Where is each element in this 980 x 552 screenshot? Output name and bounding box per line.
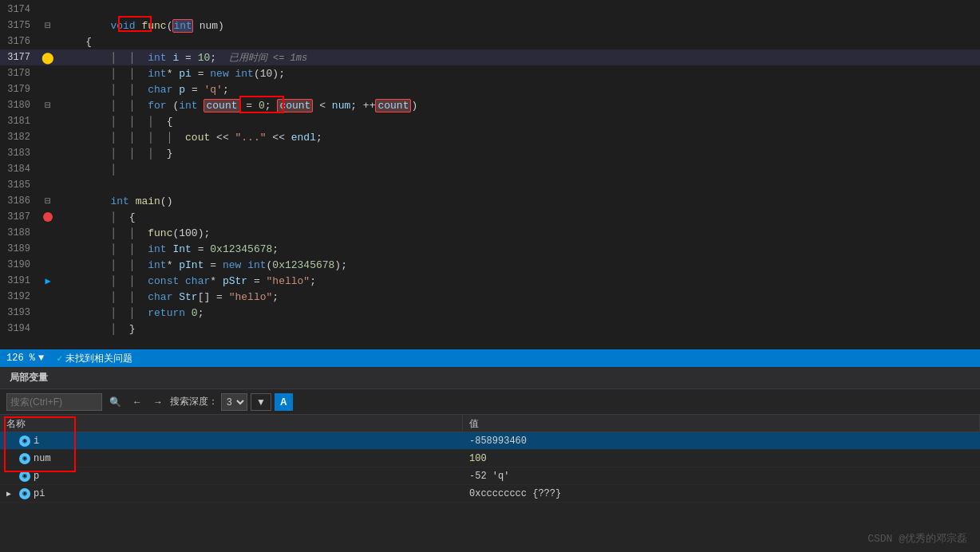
var-icon: ◉ <box>19 436 30 447</box>
check-icon: ✓ <box>57 353 62 365</box>
code-line-3194: 3194 │ } <box>0 321 980 337</box>
table-row[interactable]: ◉ num 100 <box>0 450 980 467</box>
var-value-num: 100 <box>463 451 980 466</box>
back-btn[interactable]: ← <box>128 393 146 411</box>
var-value-p: -52 'q' <box>463 469 980 483</box>
col-name-header: 名称 <box>0 415 463 432</box>
no-issues-status: ✓ 未找到相关问题 <box>57 352 132 365</box>
code-line-3175: 3175 ⊟ void func(int num) <box>0 18 980 34</box>
depth-label: 搜索深度： <box>170 395 218 408</box>
table-row[interactable]: ▶ ◉ pi 0xcccccccc {???} <box>0 485 980 503</box>
var-name-pi: ▶ ◉ pi <box>0 487 463 501</box>
debug-arrow: ⬤ <box>41 51 54 65</box>
variables-table: ◉ i -858993460 ◉ num 100 ◉ p -52 'q' <box>0 432 980 552</box>
panel-title: 局部变量 <box>10 371 48 384</box>
case-sensitive-btn[interactable]: A <box>275 393 293 411</box>
depth-selector: 搜索深度： 3 1 2 4 5 <box>170 393 247 411</box>
expand-arrow[interactable]: ▶ <box>6 489 16 499</box>
zoom-control[interactable]: 126 % ▼ <box>6 353 44 364</box>
watermark: CSDN @优秀的邓宗磊 <box>867 531 967 546</box>
zoom-label: 126 % <box>6 353 35 364</box>
collapse-icon-main[interactable]: ⊟ <box>45 195 51 207</box>
code-line-3184: 3184 │ <box>0 161 980 177</box>
panel-header: 局部变量 <box>0 367 980 389</box>
status-bar: 126 % ▼ ✓ 未找到相关问题 <box>0 349 980 367</box>
table-row[interactable]: ◉ p -52 'q' <box>0 467 980 485</box>
editor-area: 3174 3175 ⊟ void func(int num) 3176 { 31… <box>0 0 980 343</box>
var-name-num: ◉ num <box>0 451 463 466</box>
filter-btn[interactable]: ▼ <box>251 393 271 411</box>
var-name-i: ◉ i <box>0 434 463 448</box>
no-issues-text: 未找到相关问题 <box>65 352 132 365</box>
search-input[interactable] <box>7 396 79 408</box>
code-lines: 3174 3175 ⊟ void func(int num) 3176 { 31… <box>0 0 980 337</box>
col-value-header: 值 <box>463 415 980 432</box>
breakpoint-dot <box>43 212 53 222</box>
table-header: 名称 值 <box>0 415 980 432</box>
var-icon: ◉ <box>19 488 30 499</box>
collapse-icon[interactable]: ⊟ <box>45 19 51 32</box>
var-name-p: ◉ p <box>0 469 463 483</box>
forward-btn[interactable]: → <box>149 393 167 411</box>
panel-toolbar: 🔍 ← → 搜索深度： 3 1 2 4 5 ▼ A <box>0 389 980 415</box>
var-value-i: -858993460 <box>463 434 980 448</box>
bottom-panel: 局部变量 🔍 ← → 搜索深度： 3 1 2 4 5 ▼ A 名称 值 <box>0 367 980 552</box>
var-value-pi: 0xcccccccc {???} <box>463 487 980 501</box>
table-row[interactable]: ◉ i -858993460 <box>0 432 980 450</box>
var-icon: ◉ <box>19 471 30 482</box>
next-arrow: ▶ <box>45 275 50 287</box>
var-icon: ◉ <box>19 453 30 464</box>
search-icon-btn[interactable]: 🔍 <box>105 393 125 411</box>
depth-select[interactable]: 3 1 2 4 5 <box>221 393 247 411</box>
search-container[interactable] <box>6 393 102 411</box>
watermark-text: CSDN @优秀的邓宗磊 <box>867 533 967 545</box>
zoom-dropdown-icon[interactable]: ▼ <box>38 353 44 364</box>
collapse-icon-for[interactable]: ⊟ <box>45 99 51 112</box>
